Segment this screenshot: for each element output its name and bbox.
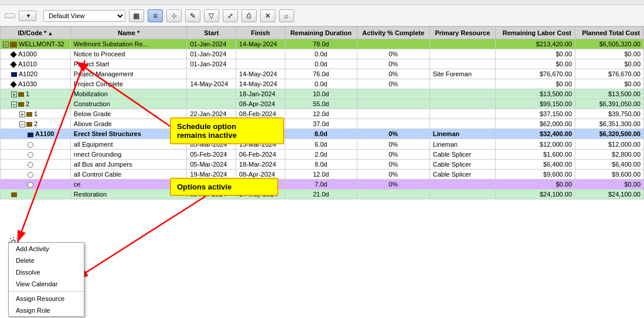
cell-rem-labor: $0.00 — [495, 179, 575, 189]
context-menu-item-view-calendar[interactable]: View Calendar — [9, 278, 84, 290]
table-row[interactable]: +1 Below Grade 22-Jan-2024 08-Feb-2024 1… — [1, 109, 644, 119]
cell-finish: 14-May-2024 — [236, 189, 285, 199]
context-menu-item-assign-role[interactable]: Assign Role — [9, 305, 84, 316]
cell-name: Below Grade — [70, 109, 187, 119]
views-select[interactable]: Default View — [43, 10, 125, 22]
cell-start: 20-Feb-2024 — [187, 129, 236, 139]
cell-rem-dur: 2.0d — [285, 149, 357, 159]
cell-planned: $0.00 — [575, 179, 644, 189]
table-row[interactable]: A1010 Project Start 01-Jan-2024 0.0d 0% … — [1, 59, 644, 69]
cell-id: A1000 — [1, 49, 71, 59]
cell-name: Notice to Proceed — [70, 49, 187, 59]
cell-rem-labor: $12,000.00 — [495, 139, 575, 149]
cell-rem-dur: 78.0d — [285, 39, 357, 49]
col-header-planned[interactable]: Planned Total Cost — [575, 27, 644, 39]
cell-finish: 04-Mar-2024 — [236, 129, 285, 139]
cell-act-pct: 0% — [357, 69, 430, 79]
context-menu-item-assign-resource[interactable]: Assign Resource — [9, 293, 84, 305]
table-container: ID/Code *▲ Name * Start Finish Remaining… — [0, 26, 644, 318]
print-button[interactable]: ⎙ — [241, 9, 257, 22]
cell-primary — [430, 39, 495, 49]
cell-finish: 08-Apr-2024 — [236, 119, 285, 129]
table-row[interactable]: +1 Mobilization 18-Jan-2024 10.0d $13,50… — [1, 89, 644, 99]
cell-finish: 08-Feb-2024 — [236, 109, 285, 119]
table-row[interactable]: −2 Construction 08-Apr-2024 55.0d $99,15… — [1, 99, 644, 109]
col-header-act-pct[interactable]: Activity % Complete — [357, 27, 430, 39]
cell-rem-labor: $9,600.00 — [495, 169, 575, 179]
schedule-button[interactable] — [5, 13, 15, 18]
actions-dropdown-arrow: ▼ — [26, 13, 31, 19]
expand-button[interactable]: ⤢ — [223, 9, 238, 22]
context-menu-item-add-activity[interactable]: Add Activity — [9, 243, 84, 255]
table-row[interactable]: all Control Cable 19-Mar-2024 08-Apr-202… — [1, 169, 644, 179]
cell-id: −WELLMONT-32 — [1, 39, 71, 49]
svg-line-4 — [76, 197, 205, 279]
col-header-rem-dur[interactable]: Remaining Duration — [285, 27, 357, 39]
main-container: ▼ Default View ▦ ≡ ⊹ ✎ ▽ ⤢ ⎙ ✕ ⌕ ID/Code… — [0, 0, 644, 318]
table-row[interactable]: A1100 Erect Steel Structures 20-Feb-2024… — [1, 129, 644, 139]
cell-finish: 06-Feb-2024 — [236, 149, 285, 159]
actions-button[interactable]: ▼ — [19, 11, 36, 21]
col-header-rem-labor[interactable]: Remaining Labor Cost — [495, 27, 575, 39]
cell-start — [187, 99, 236, 109]
cell-act-pct: 0% — [357, 49, 430, 59]
cell-act-pct: 0% — [357, 149, 430, 159]
cell-finish — [236, 49, 285, 59]
col-header-finish[interactable]: Finish — [236, 27, 285, 39]
cell-planned: $12,000.00 — [575, 139, 644, 149]
cell-act-pct: 0% — [357, 129, 430, 139]
edit-button[interactable]: ✎ — [185, 9, 200, 22]
context-menu-item-delete[interactable]: Delete — [9, 255, 84, 266]
cell-rem-dur: 7.0d — [285, 179, 357, 189]
cell-name: Construction — [70, 99, 187, 109]
cell-primary — [430, 49, 495, 59]
context-menu-item-dissolve[interactable]: Dissolve — [9, 266, 84, 278]
table-row[interactable]: all Equipment 05-Mar-2024 13-Mar-2024 6.… — [1, 139, 644, 149]
cell-start: 05-Mar-2024 — [187, 139, 236, 149]
gantt-view-button[interactable]: ≡ — [148, 9, 163, 22]
cell-name: all Bus and Jumpers — [70, 159, 187, 169]
cell-id — [1, 179, 71, 189]
col-header-name[interactable]: Name * — [70, 27, 187, 39]
cell-id: A1020 — [1, 69, 71, 79]
table-row[interactable]: −WELLMONT-32 Wellmont Substation Re... 0… — [1, 39, 644, 49]
col-header-idcode[interactable]: ID/Code *▲ — [1, 27, 71, 39]
cell-name: ce — [70, 179, 187, 189]
table-row[interactable]: A1030 Project Complete 14-May-2024 14-Ma… — [1, 79, 644, 89]
cell-act-pct: 0% — [357, 179, 430, 189]
cell-planned: $6,505,320.00 — [575, 39, 644, 49]
cell-finish — [236, 59, 285, 69]
cell-rem-labor: $32,400.00 — [495, 129, 575, 139]
delete-toolbar-button[interactable]: ✕ — [260, 9, 275, 22]
col-header-primary[interactable]: Primary Resource — [430, 27, 495, 39]
cell-rem-dur: 12.0d — [285, 169, 357, 179]
search-button[interactable]: ⌕ — [279, 9, 294, 22]
cell-planned: $13,500.00 — [575, 89, 644, 99]
cell-finish: 15-Jan-2024 — [236, 179, 285, 189]
col-header-start[interactable]: Start — [187, 27, 236, 39]
table-row[interactable]: ce 03-Jan-2024 15-Jan-2024 7.0d 0% $0.00… — [1, 179, 644, 189]
cell-primary — [430, 189, 495, 199]
cell-planned: $6,391,050.00 — [575, 99, 644, 109]
table-row[interactable]: nnect Grounding 05-Feb-2024 06-Feb-2024 … — [1, 149, 644, 159]
network-view-button[interactable]: ⊹ — [166, 9, 182, 22]
table-row[interactable]: A1020 Project Management 14-May-2024 76.… — [1, 69, 644, 79]
cell-finish: 08-Apr-2024 — [236, 169, 285, 179]
table-row[interactable]: all Bus and Jumpers 05-Mar-2024 18-Mar-2… — [1, 159, 644, 169]
cell-primary: Lineman — [430, 129, 495, 139]
cell-id: A1010 — [1, 59, 71, 69]
cell-start: 05-Feb-2024 — [187, 119, 236, 129]
cell-start: 01-Jan-2024 — [187, 39, 236, 49]
table-row[interactable]: Restoration 09-Apr-2024 14-May-2024 21.0… — [1, 189, 644, 199]
cell-id — [1, 189, 71, 199]
cell-rem-dur: 0.0d — [285, 49, 357, 59]
cell-start: 01-Jan-2024 — [187, 49, 236, 59]
cell-start: 05-Feb-2024 — [187, 149, 236, 159]
grid-view-button[interactable]: ▦ — [129, 9, 144, 22]
table-row[interactable]: −2 Above Grade 05-Feb-2024 08-Apr-2024 3… — [1, 119, 644, 129]
cell-start: 14-May-2024 — [187, 79, 236, 89]
cell-act-pct: 0% — [357, 79, 430, 89]
cell-act-pct: 0% — [357, 59, 430, 69]
filter-button[interactable]: ▽ — [204, 9, 219, 22]
table-row[interactable]: A1000 Notice to Proceed 01-Jan-2024 0.0d… — [1, 49, 644, 59]
